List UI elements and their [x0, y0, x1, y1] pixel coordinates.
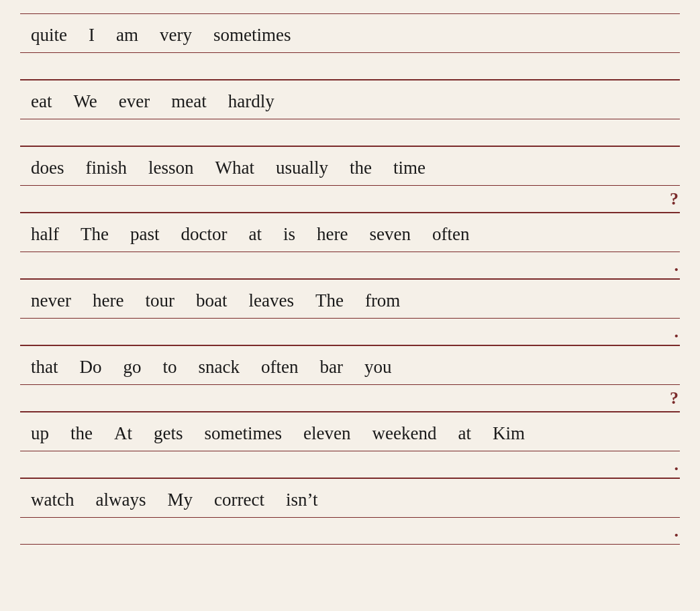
words-line-row6: thatDogotosnackoftenbaryou — [20, 346, 680, 385]
answer-line-row6: ? — [20, 385, 680, 412]
word-row7-8[interactable]: Kim — [482, 423, 536, 444]
words-line-row8: watchalwaysMycorrectisn’t — [20, 479, 680, 518]
word-row7-6[interactable]: weekend — [361, 423, 447, 444]
word-row6-1[interactable]: Do — [69, 357, 113, 378]
word-row4-4[interactable]: at — [238, 224, 272, 245]
word-row3-2[interactable]: lesson — [138, 158, 205, 178]
word-row7-0[interactable]: up — [20, 423, 60, 444]
word-row1-0[interactable]: quite — [20, 25, 78, 46]
row-block-row3: doesfinishlessonWhatusuallythetime? — [20, 146, 680, 213]
answer-line-row5: . — [20, 319, 680, 345]
punctuation-row8: . — [674, 521, 679, 541]
words-line-row7: uptheAtgetssometimeselevenweekendatKim — [20, 412, 680, 451]
word-row3-1[interactable]: finish — [75, 158, 138, 178]
row-block-row4: halfThepastdoctoratisheresevenoften. — [20, 213, 680, 279]
word-row7-7[interactable]: at — [447, 423, 482, 444]
word-row5-2[interactable]: tour — [134, 290, 185, 311]
answer-line-row7: . — [20, 451, 680, 478]
word-row4-5[interactable]: is — [272, 224, 306, 245]
answer-line-row2 — [20, 119, 680, 146]
word-row6-6[interactable]: bar — [309, 357, 353, 378]
word-row1-2[interactable]: am — [105, 25, 149, 46]
word-row6-3[interactable]: to — [152, 357, 188, 378]
punctuation-row7: . — [674, 455, 679, 475]
words-line-row5: neverheretourboatleavesThefrom — [20, 280, 680, 319]
word-row7-2[interactable]: At — [103, 423, 143, 444]
word-row8-4[interactable]: isn’t — [275, 490, 329, 510]
word-row2-3[interactable]: meat — [160, 91, 217, 112]
row-block-row6: thatDogotosnackoftenbaryou? — [20, 345, 680, 412]
word-row2-0[interactable]: eat — [20, 91, 62, 112]
word-row3-5[interactable]: the — [339, 158, 383, 178]
word-row6-4[interactable]: snack — [188, 357, 250, 378]
word-row4-3[interactable]: doctor — [170, 224, 238, 245]
word-row7-3[interactable]: gets — [143, 423, 194, 444]
punctuation-row3: ? — [670, 189, 679, 209]
word-row6-0[interactable]: that — [20, 357, 69, 378]
word-row5-0[interactable]: never — [20, 290, 82, 311]
word-row1-1[interactable]: I — [78, 25, 105, 46]
word-row5-1[interactable]: here — [82, 290, 134, 311]
punctuation-row4: . — [674, 256, 679, 276]
row-block-row5: neverheretourboatleavesThefrom. — [20, 279, 680, 345]
word-row8-0[interactable]: watch — [20, 490, 85, 510]
word-row3-0[interactable]: does — [20, 158, 75, 178]
word-row7-4[interactable]: sometimes — [194, 423, 293, 444]
word-row5-3[interactable]: boat — [185, 290, 238, 311]
word-row4-0[interactable]: half — [20, 224, 70, 245]
word-row3-6[interactable]: time — [383, 158, 436, 178]
row-block-row1: quiteIamverysometimes — [20, 13, 680, 80]
word-row8-1[interactable]: always — [85, 490, 156, 510]
word-row8-3[interactable]: correct — [203, 490, 275, 510]
row-block-row8: watchalwaysMycorrectisn’t. — [20, 478, 680, 545]
word-row5-4[interactable]: leaves — [238, 290, 304, 311]
word-row2-2[interactable]: ever — [108, 91, 160, 112]
answer-line-row3: ? — [20, 186, 680, 213]
answer-line-row8: . — [20, 518, 680, 545]
words-line-row2: eatWeevermeathardly — [20, 80, 680, 119]
word-row6-2[interactable]: go — [113, 357, 152, 378]
row-block-row7: uptheAtgetssometimeselevenweekendatKim. — [20, 412, 680, 478]
word-row6-7[interactable]: you — [354, 357, 403, 378]
word-row5-6[interactable]: from — [354, 290, 411, 311]
word-row5-5[interactable]: The — [305, 290, 354, 311]
exercise-container: quiteIamverysometimeseatWeevermeathardly… — [0, 7, 700, 551]
word-row6-5[interactable]: often — [250, 357, 309, 378]
word-row4-7[interactable]: seven — [358, 224, 421, 245]
word-row4-2[interactable]: past — [119, 224, 170, 245]
words-line-row3: doesfinishlessonWhatusuallythetime — [20, 147, 680, 186]
word-row7-5[interactable]: eleven — [293, 423, 361, 444]
answer-line-row4: . — [20, 252, 680, 279]
word-row1-4[interactable]: sometimes — [203, 25, 302, 46]
punctuation-row5: . — [674, 322, 679, 342]
punctuation-row6: ? — [670, 388, 679, 408]
word-row1-3[interactable]: very — [149, 25, 203, 46]
word-row4-8[interactable]: often — [421, 224, 480, 245]
word-row4-6[interactable]: here — [306, 224, 358, 245]
word-row2-1[interactable]: We — [62, 91, 107, 112]
word-row7-1[interactable]: the — [60, 423, 103, 444]
word-row2-4[interactable]: hardly — [217, 91, 285, 112]
row-block-row2: eatWeevermeathardly — [20, 80, 680, 146]
word-row3-4[interactable]: usually — [265, 158, 339, 178]
answer-line-row1 — [20, 53, 680, 80]
word-row4-1[interactable]: The — [70, 224, 119, 245]
words-line-row1: quiteIamverysometimes — [20, 14, 680, 53]
word-row8-2[interactable]: My — [156, 490, 203, 510]
word-row3-3[interactable]: What — [205, 158, 265, 178]
words-line-row4: halfThepastdoctoratisheresevenoften — [20, 213, 680, 252]
